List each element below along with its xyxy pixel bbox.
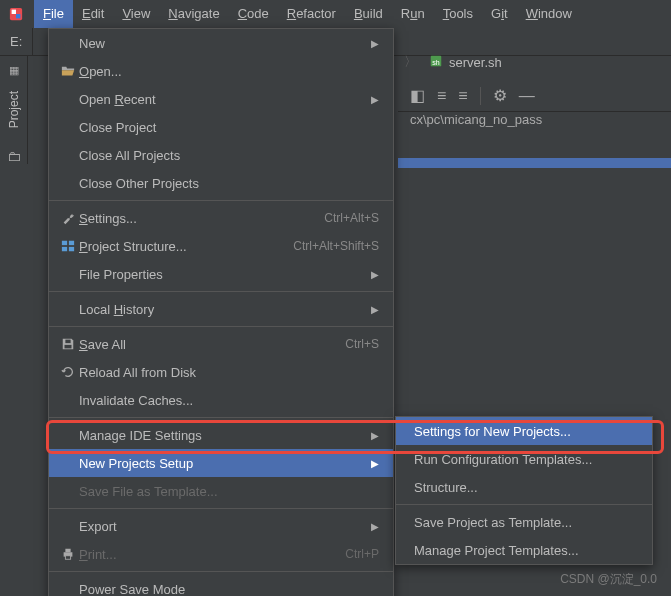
svg-rect-6	[69, 241, 74, 245]
save-icon	[57, 337, 79, 351]
file-menu-power-save-mode[interactable]: Power Save Mode	[49, 575, 393, 596]
open-icon	[57, 64, 79, 78]
menu-file[interactable]: File	[34, 0, 73, 28]
menu-navigate[interactable]: Navigate	[159, 0, 228, 28]
file-menu-close-project[interactable]: Close Project	[49, 113, 393, 141]
menu-item-label: Settings for New Projects...	[414, 424, 638, 439]
menu-item-label: Power Save Mode	[79, 582, 379, 597]
menu-item-label: Manage Project Templates...	[414, 543, 638, 558]
menu-build[interactable]: Build	[345, 0, 392, 28]
svg-rect-10	[65, 340, 70, 344]
submenu-arrow-icon: ▶	[361, 430, 379, 441]
project-tool-icon[interactable]: ▦	[9, 64, 19, 77]
menu-view[interactable]: View	[113, 0, 159, 28]
menu-item-label: Close All Projects	[79, 148, 379, 163]
file-menu-open[interactable]: Open...	[49, 57, 393, 85]
menu-run[interactable]: Run	[392, 0, 434, 28]
menu-item-label: New	[79, 36, 361, 51]
toolbar-icon-1[interactable]: ◧	[410, 86, 425, 105]
file-menu-project-structure[interactable]: Project Structure...Ctrl+Alt+Shift+S	[49, 232, 393, 260]
app-logo-icon	[4, 2, 28, 26]
submenu-run-configuration-templates[interactable]: Run Configuration Templates...	[396, 445, 652, 473]
svg-rect-8	[69, 247, 74, 251]
submenu-arrow-icon: ▶	[361, 458, 379, 469]
submenu-manage-project-templates[interactable]: Manage Project Templates...	[396, 536, 652, 564]
file-menu-print: Print...Ctrl+P	[49, 540, 393, 568]
file-menu-file-properties[interactable]: File Properties▶	[49, 260, 393, 288]
svg-rect-1	[12, 10, 16, 14]
file-menu-new-projects-setup[interactable]: New Projects Setup▶	[49, 449, 393, 477]
menu-tools[interactable]: Tools	[434, 0, 482, 28]
menu-item-label: Structure...	[414, 480, 638, 495]
gear-icon[interactable]: ⚙	[493, 86, 507, 105]
menu-item-label: Close Other Projects	[79, 176, 379, 191]
menubar: FileEditViewNavigateCodeRefactorBuildRun…	[0, 0, 671, 28]
menu-shortcut: Ctrl+Alt+Shift+S	[273, 239, 379, 253]
menu-refactor[interactable]: Refactor	[278, 0, 345, 28]
menu-edit[interactable]: Edit	[73, 0, 113, 28]
menu-shortcut: Ctrl+P	[325, 547, 379, 561]
reload-icon	[57, 365, 79, 379]
watermark: CSDN @沉淀_0.0	[560, 571, 657, 588]
file-menu-save-file-as-template: Save File as Template...	[49, 477, 393, 505]
folder-icon[interactable]: 🗀	[7, 148, 21, 164]
minimize-icon[interactable]: —	[519, 87, 535, 105]
file-menu-settings[interactable]: Settings...Ctrl+Alt+S	[49, 204, 393, 232]
menu-item-label: File Properties	[79, 267, 361, 282]
menu-separator	[49, 508, 393, 509]
file-type-icon: sh	[429, 54, 443, 71]
menu-item-label: Print...	[79, 547, 325, 562]
path-fragment: cx\pc\micang_no_pass	[410, 112, 542, 127]
menu-item-label: Save Project as Template...	[414, 515, 638, 530]
menu-item-label: Save All	[79, 337, 325, 352]
menu-item-label: Manage IDE Settings	[79, 428, 361, 443]
svg-rect-5	[62, 241, 67, 245]
menu-item-label: Invalidate Caches...	[79, 393, 379, 408]
menu-code[interactable]: Code	[229, 0, 278, 28]
menu-window[interactable]: Window	[517, 0, 581, 28]
menu-item-label: Project Structure...	[79, 239, 273, 254]
menu-item-label: Save File as Template...	[79, 484, 379, 499]
file-menu-close-all-projects[interactable]: Close All Projects	[49, 141, 393, 169]
menu-shortcut: Ctrl+S	[325, 337, 379, 351]
print-icon	[57, 547, 79, 561]
svg-rect-13	[65, 556, 70, 560]
menu-item-label: Local History	[79, 302, 361, 317]
menu-separator	[49, 417, 393, 418]
file-menu-local-history[interactable]: Local History▶	[49, 295, 393, 323]
menu-separator	[49, 326, 393, 327]
file-menu-close-other-projects[interactable]: Close Other Projects	[49, 169, 393, 197]
sidebar: ▦ Project 🗀	[0, 56, 28, 164]
submenu-arrow-icon: ▶	[361, 38, 379, 49]
toolbar-icon-3[interactable]: ≡	[458, 87, 467, 105]
submenu-settings-for-new-projects[interactable]: Settings for New Projects...	[396, 417, 652, 445]
file-menu-invalidate-caches[interactable]: Invalidate Caches...	[49, 386, 393, 414]
tab-separator-icon: 〉	[398, 53, 423, 71]
file-menu-new[interactable]: New▶	[49, 29, 393, 57]
file-menu-save-all[interactable]: Save AllCtrl+S	[49, 330, 393, 358]
svg-rect-7	[62, 247, 67, 251]
submenu-save-project-as-template[interactable]: Save Project as Template...	[396, 508, 652, 536]
file-menu-manage-ide-settings[interactable]: Manage IDE Settings▶	[49, 421, 393, 449]
menu-item-label: New Projects Setup	[79, 456, 361, 471]
submenu-arrow-icon: ▶	[361, 269, 379, 280]
toolbar-icon-2[interactable]: ≡	[437, 87, 446, 105]
submenu-structure[interactable]: Structure...	[396, 473, 652, 501]
svg-rect-12	[65, 549, 70, 553]
toolbar-divider	[480, 87, 481, 105]
menu-item-label: Run Configuration Templates...	[414, 452, 638, 467]
svg-rect-9	[65, 345, 72, 349]
editor-selection-band	[398, 158, 671, 168]
menu-separator	[49, 200, 393, 201]
tab-filename[interactable]: server.sh	[449, 55, 502, 70]
menu-shortcut: Ctrl+Alt+S	[304, 211, 379, 225]
sidebar-project-label[interactable]: Project	[7, 91, 21, 128]
menu-separator	[396, 504, 652, 505]
menu-git[interactable]: Git	[482, 0, 517, 28]
submenu-arrow-icon: ▶	[361, 521, 379, 532]
file-menu-reload-all-from-disk[interactable]: Reload All from Disk	[49, 358, 393, 386]
file-menu-export[interactable]: Export▶	[49, 512, 393, 540]
structure-icon	[57, 239, 79, 253]
file-menu-open-recent[interactable]: Open Recent▶	[49, 85, 393, 113]
svg-text:sh: sh	[432, 58, 440, 65]
